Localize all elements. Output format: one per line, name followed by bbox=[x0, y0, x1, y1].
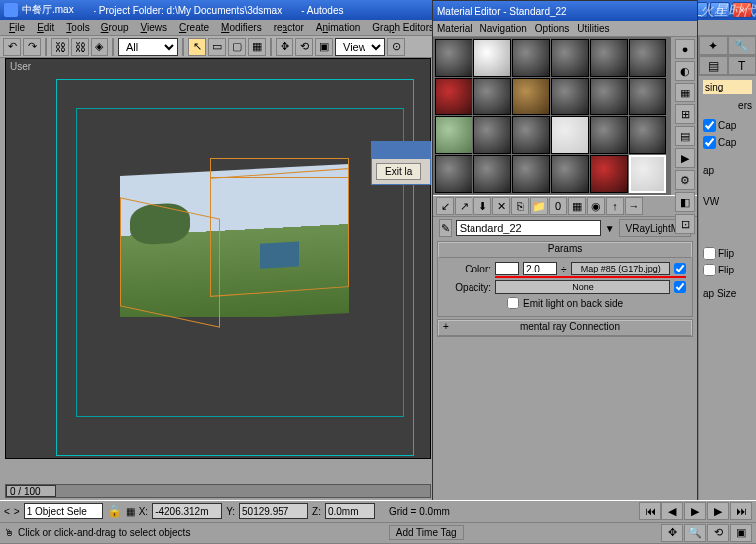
mat-editor-titlebar[interactable]: Material Editor - Standard_22 bbox=[433, 1, 697, 21]
sample-slot[interactable] bbox=[629, 78, 666, 115]
selection-filter-dropdown[interactable]: All bbox=[118, 38, 178, 56]
sample-slot[interactable] bbox=[435, 155, 472, 193]
goto-end-icon[interactable]: ⏭ bbox=[730, 502, 752, 520]
exit-button[interactable]: Exit la bbox=[376, 163, 421, 180]
sample-uv-icon[interactable]: ⊞ bbox=[675, 104, 695, 124]
mat-menu-utilities[interactable]: Utilities bbox=[577, 23, 609, 34]
backlight-icon[interactable]: ◐ bbox=[675, 61, 695, 81]
reset-icon[interactable]: ✕ bbox=[492, 197, 510, 215]
modify-tab-icon[interactable]: 🔧 bbox=[728, 36, 757, 55]
sample-slot[interactable] bbox=[629, 39, 666, 77]
link-icon[interactable]: ⛓ bbox=[51, 38, 69, 56]
menu-file[interactable]: File bbox=[4, 21, 30, 34]
sample-slot[interactable] bbox=[590, 155, 628, 193]
sample-slot[interactable] bbox=[551, 78, 589, 115]
play-icon[interactable]: ▶ bbox=[684, 502, 706, 520]
menu-views[interactable]: Views bbox=[136, 21, 173, 34]
unlink-icon[interactable]: ⛓ bbox=[71, 38, 89, 56]
create-tab-icon[interactable]: ✦ bbox=[699, 36, 728, 55]
nav-zoom-icon[interactable]: 🔍 bbox=[684, 524, 706, 542]
viewport-user[interactable]: User bbox=[5, 58, 431, 459]
menu-animation[interactable]: Animation bbox=[311, 21, 365, 34]
show-result-icon[interactable]: ◉ bbox=[587, 197, 605, 215]
rotate-icon[interactable]: ⟲ bbox=[295, 38, 313, 56]
timetag-button[interactable]: Add Time Tag bbox=[389, 525, 464, 540]
assign-icon[interactable]: ⬇ bbox=[473, 197, 491, 215]
warning-dialog[interactable]: Warning: Exit la bbox=[371, 141, 431, 185]
bind-icon[interactable]: ◈ bbox=[91, 38, 108, 56]
get-material-icon[interactable]: ↙ bbox=[436, 197, 454, 215]
pick-icon[interactable]: ✎ bbox=[439, 219, 452, 237]
sample-slot[interactable] bbox=[590, 78, 628, 115]
sample-slot[interactable] bbox=[551, 155, 589, 193]
show-map-icon[interactable]: ▦ bbox=[568, 197, 586, 215]
cap-checkbox-row[interactable]: Cap bbox=[703, 119, 752, 132]
material-name-input[interactable] bbox=[456, 220, 601, 236]
selection-count[interactable] bbox=[24, 503, 103, 519]
menu-create[interactable]: Create bbox=[174, 21, 214, 34]
redo-icon[interactable]: ↷ bbox=[23, 38, 41, 56]
scale-icon[interactable]: ▣ bbox=[315, 38, 333, 56]
sample-slot-active[interactable] bbox=[629, 155, 666, 193]
sample-slot[interactable] bbox=[551, 116, 589, 154]
mat-menu-navigation[interactable]: Navigation bbox=[480, 23, 527, 34]
nav-orbit-icon[interactable]: ⟲ bbox=[707, 524, 729, 542]
emit-backside-checkbox[interactable] bbox=[507, 297, 519, 309]
time-slider-thumb[interactable]: 0 / 100 bbox=[6, 485, 56, 497]
y-coord-input[interactable] bbox=[239, 503, 308, 519]
slots-icon[interactable]: ⊡ bbox=[675, 214, 695, 234]
sample-slot[interactable] bbox=[435, 39, 472, 77]
sample-slot[interactable] bbox=[512, 155, 550, 193]
pivot-icon[interactable]: ⊙ bbox=[387, 38, 405, 56]
sample-slot[interactable] bbox=[512, 116, 550, 154]
sample-type-icon[interactable]: ● bbox=[675, 39, 695, 59]
nav-max-icon[interactable]: ▣ bbox=[730, 524, 752, 542]
flip2-row[interactable]: Flip bbox=[703, 264, 752, 276]
sample-slot[interactable] bbox=[435, 116, 472, 154]
color-map-checkbox[interactable] bbox=[674, 263, 686, 274]
go-parent-icon[interactable]: ↑ bbox=[606, 197, 624, 215]
sample-slot[interactable] bbox=[590, 116, 628, 154]
menu-grapheditors[interactable]: Graph Editors bbox=[367, 21, 439, 34]
sample-slot[interactable] bbox=[551, 39, 589, 77]
video-check-icon[interactable]: ▤ bbox=[675, 126, 695, 146]
sample-slot[interactable] bbox=[473, 39, 511, 77]
opacity-map-checkbox[interactable] bbox=[674, 281, 686, 293]
copy-icon[interactable]: ⎘ bbox=[511, 197, 529, 215]
select-icon[interactable]: ↖ bbox=[188, 38, 206, 56]
next-frame-icon[interactable]: ▶ bbox=[707, 502, 729, 520]
mat-id-icon[interactable]: 0 bbox=[549, 197, 567, 215]
time-slider[interactable]: 0 / 100 bbox=[5, 484, 431, 498]
motion-tab-icon[interactable]: T bbox=[728, 56, 757, 75]
mat-menu-material[interactable]: Material bbox=[437, 23, 472, 34]
menu-tools[interactable]: Tools bbox=[61, 21, 94, 34]
scene-geometry[interactable] bbox=[120, 158, 379, 337]
sample-slot[interactable] bbox=[512, 78, 550, 115]
preview-icon[interactable]: ▶ bbox=[675, 148, 695, 168]
options-icon[interactable]: ⚙ bbox=[675, 170, 695, 190]
cap2-checkbox-row[interactable]: Cap bbox=[703, 136, 752, 149]
flip1-row[interactable]: Flip bbox=[703, 247, 752, 260]
z-coord-input[interactable] bbox=[325, 503, 375, 519]
sample-slot[interactable] bbox=[629, 116, 666, 154]
color-map-button[interactable]: Map #85 (G17b.jpg) bbox=[571, 262, 671, 275]
window-cross-icon[interactable]: ▦ bbox=[248, 38, 266, 56]
x-coord-input[interactable] bbox=[152, 503, 222, 519]
menu-edit[interactable]: Edit bbox=[32, 21, 59, 34]
sample-slot[interactable] bbox=[435, 78, 472, 115]
sample-slot[interactable] bbox=[473, 78, 511, 115]
move-icon[interactable]: ✥ bbox=[276, 38, 293, 56]
color-multiplier-input[interactable] bbox=[523, 262, 557, 275]
color-swatch[interactable] bbox=[495, 262, 519, 275]
rollout-mentalray-header[interactable]: + mental ray Connection bbox=[438, 320, 692, 336]
menu-modifiers[interactable]: Modifiers bbox=[216, 21, 267, 34]
sample-slot[interactable] bbox=[473, 155, 511, 193]
lock-icon[interactable]: 🔒 bbox=[107, 504, 122, 518]
maximize-button[interactable]: □ bbox=[710, 2, 730, 18]
undo-icon[interactable]: ↶ bbox=[3, 38, 21, 56]
close-button[interactable]: × bbox=[732, 2, 752, 18]
menu-group[interactable]: Group bbox=[96, 21, 134, 34]
ref-coord-dropdown[interactable]: View bbox=[335, 38, 385, 56]
select-name-icon[interactable]: ▭ bbox=[208, 38, 226, 56]
background-icon[interactable]: ▦ bbox=[675, 83, 695, 102]
